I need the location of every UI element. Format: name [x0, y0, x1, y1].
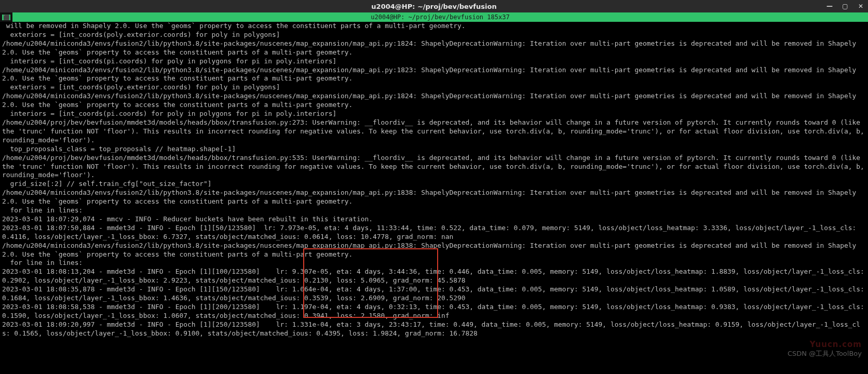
terminal-line: will be removed in Shapely 2.0. Use the … [2, 22, 866, 31]
tmux-left-section: ⬛ [0, 12, 12, 22]
terminal-output[interactable]: will be removed in Shapely 2.0. Use the … [0, 22, 868, 374]
tmux-indicator-icon: ⬛ [2, 15, 10, 20]
terminal-line: 2023-03-01 18:08:58,538 - mmdet3d - INFO… [2, 303, 866, 320]
terminal-line: for line in lines: [2, 259, 866, 268]
terminal-line: interiors = [int_coords(pi.coords) for p… [2, 57, 866, 66]
terminal-line: /home/u2004/proj/bev/bevfusion/mmdet3d/m… [2, 118, 866, 145]
terminal-line: 2023-03-01 18:08:13,204 - mmdet3d - INFO… [2, 268, 866, 285]
terminal-line: 2023-03-01 18:09:20,997 - mmdet3d - INFO… [2, 320, 866, 338]
close-button[interactable]: ✕ [857, 3, 865, 10]
terminal-line: exteriors = [int_coords(poly.exterior.co… [2, 83, 866, 92]
window-titlebar: u2004@HP: ~/proj/bev/bevfusion — ▢ ✕ [0, 0, 868, 12]
terminal-line: /home/u2004/miniconda3/envs/fusion2/lib/… [2, 66, 866, 84]
tmux-status-text: u2004@HP: ~/proj/bev/bevfusion 185x37 [12, 12, 868, 22]
tmux-status-bar: ⬛ u2004@HP: ~/proj/bev/bevfusion 185x37 [0, 12, 868, 22]
terminal-line: 2023-03-01 18:07:50,884 - mmdet3d - INFO… [2, 224, 866, 242]
minimize-button[interactable]: — [825, 3, 834, 10]
terminal-line: /home/u2004/miniconda3/envs/fusion2/lib/… [2, 92, 866, 110]
terminal-line: /home/u2004/miniconda3/envs/fusion2/lib/… [2, 39, 866, 57]
watermark: Yuucn.com CSDN @工具人ToolBoy [788, 349, 862, 358]
terminal-line: top_proposals_class = top_proposals // h… [2, 145, 866, 154]
terminal-line: 2023-03-01 18:07:29,074 - mmcv - INFO - … [2, 215, 866, 224]
terminal-line: interiors = [int_coords(pi.coords) for p… [2, 110, 866, 118]
watermark-site: Yuucn.com [810, 340, 862, 349]
terminal-line: 2023-03-01 18:08:35,878 - mmdet3d - INFO… [2, 285, 866, 303]
window-title: u2004@HP: ~/proj/bev/bevfusion [371, 3, 496, 10]
terminal-line: /home/u2004/miniconda3/envs/fusion2/lib/… [2, 242, 866, 259]
terminal-line: grid_size[:2] // self.train_cfg["out_siz… [2, 180, 866, 189]
maximize-button[interactable]: ▢ [841, 3, 849, 10]
terminal-line: /home/u2004/proj/bev/bevfusion/mmdet3d/m… [2, 154, 866, 180]
terminal-line: for line in lines: [2, 206, 866, 215]
terminal-line: exteriors = [int_coords(poly.exterior.co… [2, 31, 866, 39]
terminal-line: /home/u2004/miniconda3/envs/fusion2/lib/… [2, 189, 866, 206]
watermark-owner: CSDN @工具人ToolBoy [788, 350, 862, 357]
window-controls: — ▢ ✕ [825, 3, 865, 10]
